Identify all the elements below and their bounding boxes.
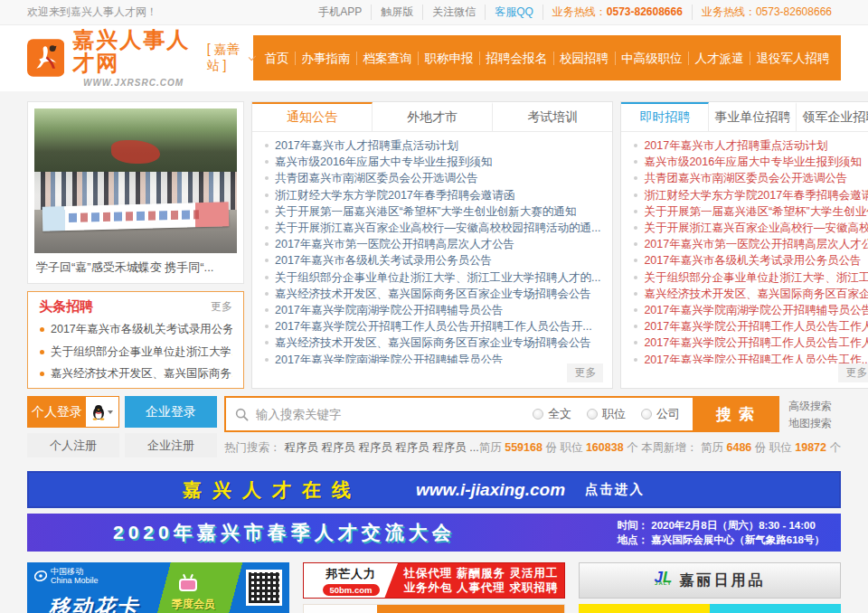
list-item[interactable]: 2017年嘉兴学院公开招聘工作人员公告工作... [633,352,868,363]
qq-service-link[interactable]: 客服QQ [485,5,542,20]
list-item[interactable]: 浙江财经大学东方学院2017年春季招聘会邀请函 [264,187,600,203]
nav-item-veterans[interactable]: 退役军人招聘 [750,52,835,65]
topbar-links: 手机APP 触屏版 关注微信 客服QQ 业务热线：0573-82608666 业… [309,5,841,20]
list-item[interactable]: 浙江财经大学东方学院2017年春季招聘会邀请函 [633,187,868,203]
stat-label: 职位 [560,441,585,454]
search-button[interactable]: 搜索 [693,398,778,430]
stat-label: 简历 [479,441,505,454]
headline-list: 2017年嘉兴市各级机关考试录用公务... 关于组织部分企事业单位赴浙江大学..… [39,318,232,389]
list-item[interactable]: 2017年嘉兴市人才招聘重点活动计划 [633,137,868,154]
nav-item-senior-jobs[interactable]: 中高级职位 [615,52,689,65]
hotline-1-label: 业务热线： [552,5,607,18]
job-fair-banner[interactable]: 2020年嘉兴市春季人才交流大会 时间： 2020年2月8日（周六）8:30 -… [27,514,841,552]
banner-online-title: 嘉兴人才在线 [183,477,362,503]
list-item[interactable]: 2017年嘉兴市第一医院公开招聘高层次人才公告 [633,236,868,252]
company-register-button[interactable]: 企业注册 [125,433,217,457]
jiaxing-online-banner[interactable]: 嘉兴人才在线 www.i-jiaxing.com 点击进入 [27,471,841,508]
personal-register-button[interactable]: 个人注册 [27,433,119,457]
search-row: 全文 职位 公司 搜索 高级搜索 地图搜索 [224,396,841,432]
list-item[interactable]: 关于开展第一届嘉兴港区“希望杯”大学生创业创新大赛的通知 [264,203,600,220]
list-item[interactable]: 关于组织部分企事业单位赴浙江大学... [39,341,232,363]
scope-company-radio[interactable]: 公司 [641,406,680,422]
qq-login-dropdown[interactable] [86,397,118,427]
bangmang-brand: 邦芒人力 [326,566,376,582]
nav-item-guide[interactable]: 办事指南 [295,52,356,65]
bangmang-services: 社保代理 薪酬服务 灵活用工 业务外包 人事代理 求职招聘 [398,566,564,595]
search-input[interactable] [256,408,533,421]
hot-search-terms[interactable]: 程序员 程序员 程序员 程序员 程序员 ... [284,440,478,456]
touch-version-link[interactable]: 触屏版 [371,5,422,20]
nav-item-home[interactable]: 首页 [259,52,295,65]
list-item[interactable]: 2017年嘉兴市第一医院公开招聘高层次人才公告 [264,236,600,252]
station-selector[interactable]: [ 嘉善站 ] [207,42,253,74]
list-item[interactable]: 2017年嘉兴学院南湖学院公开招聘辅... [39,385,232,390]
nav-item-archives[interactable]: 档案查询 [356,52,418,65]
list-item[interactable]: 2017年嘉兴学院南湖学院公开招聘辅导员公告 [633,302,868,318]
left-column: 学子回“嘉”感受禾城蝶变 携手同“... 头条招聘 更多 2017年嘉兴市各级机… [27,101,244,389]
partial-ad-strip[interactable] [303,604,565,613]
list-item[interactable]: 嘉兴市级2016年应届大中专毕业生报到须知 [633,154,868,170]
tab-public-institution[interactable]: 事业单位招聘 [709,102,797,131]
tab-outside-market[interactable]: 外地才市 [373,102,493,131]
company-login-button[interactable]: 企业登录 [125,396,217,428]
scope-fulltext-radio[interactable]: 全文 [533,406,571,422]
china-mobile-icon [34,570,47,582]
list-item[interactable]: 嘉兴经济技术开发区、嘉兴国际商务... [39,363,232,385]
list-item[interactable]: 2017年嘉兴学院南湖学院公开招聘辅导员公告 [264,302,600,318]
list-item[interactable]: 关于开展浙江嘉兴百家企业高校行—安徽高校校园... [633,220,868,236]
ads-row: 中国移动 China Mobile 季度会员 移动花卡 邦芒人力 50bm.co… [27,562,841,613]
nav-item-title-apply[interactable]: 职称申报 [418,52,479,65]
mobile-app-link[interactable]: 手机APP [309,5,371,20]
list-item[interactable]: 关于组织部分企事业单位赴浙江大学、浙江工业大学招聘人才的... [264,269,600,286]
notice-more-link[interactable]: 更多 [567,363,603,382]
recruit-panel: 即时招聘 事业单位招聘 领军企业招聘 2017年嘉兴市人才招聘重点活动计划 嘉兴… [620,101,868,389]
list-item[interactable]: 2017年嘉兴市人才招聘重点活动计划 [264,137,600,154]
tab-instant-recruit[interactable]: 即时招聘 [621,102,709,131]
list-item[interactable]: 嘉兴经济技术开发区、嘉兴国际商务区百家企业专场招聘会公告 [264,335,600,351]
list-item[interactable]: 嘉兴经济技术开发区、嘉兴国际商务区百家企业专场招聘会公告 [264,286,600,302]
list-item[interactable]: 2017年嘉兴市各级机关考试录用公务... [39,318,232,341]
photo-card[interactable]: 学子回“嘉”感受禾城蝶变 携手同“... [27,101,244,284]
jaly-name: 嘉丽日用品 [679,571,765,590]
bangmang-ad[interactable]: 邦芒人力 50bm.com 社保代理 薪酬服务 灵活用工 业务外包 人事代理 求… [303,562,565,599]
recruit-more-link[interactable]: 更多 [838,363,868,382]
tab-notices[interactable]: 通知公告 [252,102,373,131]
headline-more-link[interactable]: 更多 [211,299,232,315]
map-search-link[interactable]: 地图搜索 [788,415,841,432]
list-item[interactable]: 2017年嘉兴市各级机关考试录用公务员公告 [633,252,868,269]
recruit-tabs: 即时招聘 事业单位招聘 领军企业招聘 [621,102,868,132]
list-item[interactable]: 2017年嘉兴学院公开招聘工作人员公告开招聘工作人员公告开... [264,318,600,335]
jaly-ad-column: JL JALY 嘉丽日用品 [579,562,841,613]
nav-item-dispatch[interactable]: 人才派遣 [688,52,750,65]
advanced-search-link[interactable]: 高级搜索 [788,398,841,415]
china-mobile-ad[interactable]: 中国移动 China Mobile 季度会员 移动花卡 [27,562,289,613]
bangmang-url: 50bm.com [323,584,380,596]
list-item[interactable]: 关于开展第一届嘉兴港区“希望杯”大学生创业创... [633,203,868,220]
nav-item-campus[interactable]: 校园招聘 [553,52,615,65]
photo-caption[interactable]: 学子回“嘉”感受禾城蝶变 携手同“... [34,253,237,277]
list-item[interactable]: 2017年嘉兴学院公开招聘工作人员公告工作人员... [633,335,868,351]
personal-login-button[interactable]: 个人登录 [27,396,119,428]
scope-company-label: 公司 [656,406,680,422]
list-item[interactable]: 2017年嘉兴学院南湖学院公开招聘辅导员公告 [264,352,600,363]
nav-item-fair-signup[interactable]: 招聘会报名 [479,52,553,65]
wechat-link[interactable]: 关注微信 [422,5,485,20]
hotline-2: 业务热线：0573-82608666 [692,5,841,20]
site-logo-icon[interactable] [27,33,64,83]
tab-exam-training[interactable]: 考试培训 [493,102,612,131]
list-item[interactable]: 嘉兴经济技术开发区、嘉兴国际商务区百家企业专... [633,286,868,302]
jaly-ad[interactable]: JL JALY 嘉丽日用品 [579,562,841,599]
banner-online-cta[interactable]: 点击进入 [585,481,645,498]
partial-ad-strip[interactable] [579,604,841,613]
list-item[interactable]: 共青团嘉兴市南湖区委员会公开选调公告 [264,170,600,186]
tab-leading-enterprise[interactable]: 领军企业招聘 [797,102,868,131]
list-item[interactable]: 嘉兴市级2016年应届大中专毕业生报到须知 [264,154,600,170]
list-item[interactable]: 共青团嘉兴市南湖区委员会公开选调公告 [633,170,868,186]
list-item[interactable]: 2017年嘉兴市各级机关考试录用公务员公告 [264,252,600,269]
notice-panel: 通知公告 外地才市 考试培训 2017年嘉兴市人才招聘重点活动计划 嘉兴市级20… [251,101,613,389]
site-title-block: 嘉兴人事人才网 WWW.JXRSRC.COM [72,28,193,88]
list-item[interactable]: 关于开展浙江嘉兴百家企业高校行—安徽高校校园招聘活动的通... [264,220,600,236]
list-item[interactable]: 关于组织部分企事业单位赴浙江大学、浙江工业大... [633,269,868,286]
scope-job-radio[interactable]: 职位 [587,406,626,422]
list-item[interactable]: 2017年嘉兴学院公开招聘工作人员公告工作人员... [633,318,868,335]
